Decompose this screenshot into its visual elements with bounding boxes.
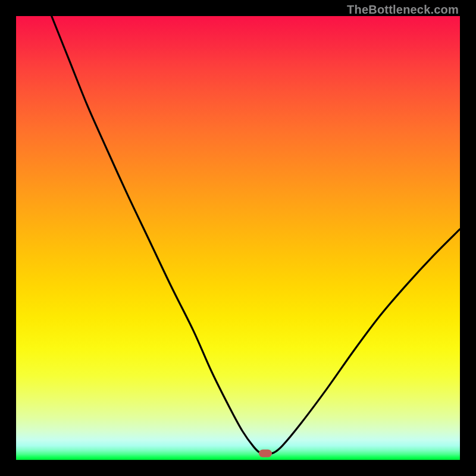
- heat-gradient-background: [16, 16, 460, 460]
- plot-area: [16, 16, 460, 460]
- chart-frame: TheBottleneck.com: [0, 0, 476, 476]
- attribution-text: TheBottleneck.com: [347, 3, 459, 17]
